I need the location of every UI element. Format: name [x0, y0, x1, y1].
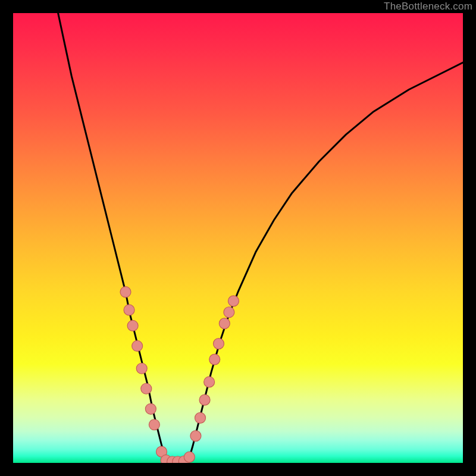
watermark-text: TheBottleneck.com	[384, 0, 472, 13]
curve-curve-left	[58, 13, 166, 461]
data-marker	[204, 377, 215, 387]
data-marker	[149, 419, 159, 430]
chart-svg	[13, 13, 463, 463]
data-marker	[195, 412, 206, 423]
data-marker	[184, 452, 195, 462]
data-marker	[132, 340, 143, 351]
data-marker	[219, 318, 230, 329]
data-marker	[141, 383, 152, 394]
data-marker	[190, 431, 201, 441]
chart-frame: TheBottleneck.com	[0, 0, 476, 476]
data-marker	[224, 307, 234, 318]
plot-area	[13, 13, 463, 463]
data-marker	[209, 354, 220, 365]
data-marker	[145, 403, 156, 414]
data-marker	[136, 363, 147, 374]
data-marker	[199, 394, 210, 405]
curve-curve-right	[189, 62, 463, 461]
data-marker	[127, 320, 138, 331]
data-marker	[228, 296, 239, 306]
data-marker	[124, 305, 134, 315]
data-marker	[213, 339, 224, 349]
data-marker	[120, 287, 131, 298]
